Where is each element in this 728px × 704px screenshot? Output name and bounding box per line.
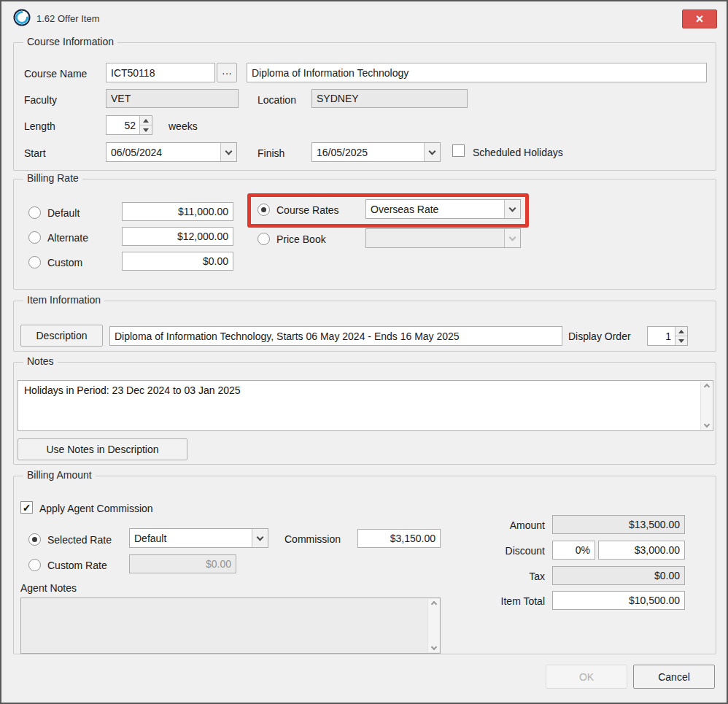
finish-date-combo[interactable]: 16/05/2025	[311, 142, 441, 162]
course-title-input[interactable]: Diploma of Information Technology	[247, 63, 707, 82]
item-information-group: Item Information Description Diploma of …	[13, 301, 716, 352]
alternate-rate-label: Alternate	[47, 232, 88, 244]
custom-rate-label-billing: Custom	[47, 257, 82, 268]
custom-rate-label: Custom Rate	[47, 560, 107, 571]
price-book-radio[interactable]	[257, 233, 270, 245]
discount-percent-input[interactable]: 0%	[552, 541, 595, 560]
amount-value: $13,500.00	[552, 515, 685, 534]
tax-label: Tax	[452, 570, 545, 582]
discount-amount-input[interactable]: $3,000.00	[598, 541, 685, 560]
price-book-dropdown-button	[504, 229, 520, 247]
custom-rate-value: $0.00	[129, 554, 236, 573]
custom-rate-radio-billing[interactable]	[28, 256, 41, 268]
course-rates-dropdown-button[interactable]	[504, 200, 520, 218]
notes-textarea[interactable]: Holidays in Period: 23 Dec 2024 to 03 Ja…	[18, 380, 713, 431]
selected-rate-combo[interactable]: Default	[129, 528, 268, 548]
apply-agent-commission-label: Apply Agent Commission	[39, 503, 153, 514]
location-label: Location	[257, 94, 296, 106]
use-notes-in-description-button[interactable]: Use Notes in Description	[18, 438, 187, 460]
app-icon	[13, 9, 31, 26]
course-information-legend: Course Information	[23, 36, 117, 47]
description-input[interactable]: Diploma of Information Technology, Start…	[109, 326, 562, 346]
start-date-value: 06/05/2024	[107, 143, 220, 161]
spin-down-icon[interactable]	[140, 125, 152, 134]
scroll-up-icon[interactable]	[430, 601, 436, 607]
display-order-label: Display Order	[568, 330, 631, 342]
notes-text: Holidays in Period: 23 Dec 2024 to 03 Ja…	[24, 384, 694, 396]
close-icon: ×	[696, 12, 704, 26]
length-spinner[interactable]: 52	[106, 115, 152, 135]
default-rate-radio[interactable]	[28, 206, 41, 219]
finish-label: Finish	[257, 147, 284, 159]
item-total-value: $10,500.00	[552, 591, 685, 610]
course-information-group: Course Information Course Name ICT50118 …	[13, 42, 716, 171]
price-book-value	[366, 229, 504, 247]
price-book-combo	[365, 228, 521, 248]
discount-label: Discount	[452, 545, 545, 557]
selected-rate-dropdown-button[interactable]	[252, 529, 268, 547]
length-value: 52	[107, 116, 139, 134]
scroll-up-icon[interactable]	[703, 384, 709, 390]
faculty-field: VET	[106, 89, 239, 108]
scroll-down-icon[interactable]	[430, 644, 436, 650]
apply-agent-commission-checkbox[interactable]	[20, 501, 33, 514]
item-total-label: Item Total	[452, 595, 545, 607]
browse-course-button[interactable]: ···	[217, 63, 237, 82]
agent-notes-textarea[interactable]	[20, 597, 441, 654]
chevron-down-icon	[509, 233, 516, 241]
chevron-down-icon	[225, 147, 233, 155]
item-information-legend: Item Information	[23, 294, 104, 306]
close-button[interactable]: ×	[682, 9, 717, 28]
selected-rate-radio[interactable]	[28, 533, 41, 546]
billing-rate-legend: Billing Rate	[23, 172, 82, 184]
default-rate-label: Default	[47, 207, 80, 219]
chevron-down-icon	[429, 147, 436, 155]
notes-legend: Notes	[23, 355, 58, 367]
scroll-down-icon[interactable]	[703, 422, 709, 428]
display-order-spin-buttons	[675, 327, 687, 345]
scheduled-holidays-label: Scheduled Holidays	[473, 147, 563, 158]
display-order-spinner[interactable]: 1	[647, 326, 688, 346]
tax-value: $0.00	[552, 566, 685, 585]
commission-label: Commission	[284, 533, 341, 545]
commission-value[interactable]: $3,150.00	[357, 529, 441, 548]
selected-rate-label: Selected Rate	[47, 534, 112, 546]
spin-down-icon[interactable]	[675, 336, 687, 345]
agent-notes-label: Agent Notes	[20, 582, 77, 594]
start-label: Start	[24, 147, 46, 159]
alternate-rate-value[interactable]: $12,000.00	[122, 227, 233, 246]
course-code-input[interactable]: ICT50118	[106, 63, 215, 82]
course-rates-combo[interactable]: Overseas Rate	[365, 199, 521, 219]
alternate-rate-radio[interactable]	[28, 231, 41, 244]
chevron-down-icon	[257, 533, 264, 541]
length-spin-buttons	[139, 116, 152, 134]
scheduled-holidays-checkbox[interactable]	[452, 144, 465, 157]
notes-scrollbar[interactable]	[700, 382, 712, 430]
start-date-combo[interactable]: 06/05/2024	[106, 142, 237, 162]
cancel-button[interactable]: Cancel	[633, 665, 715, 689]
chevron-down-icon	[509, 204, 516, 212]
billing-amount-legend: Billing Amount	[23, 469, 96, 481]
notes-group: Notes Holidays in Period: 23 Dec 2024 to…	[13, 362, 716, 465]
display-order-value: 1	[648, 327, 675, 345]
finish-date-dropdown-button[interactable]	[424, 143, 440, 161]
default-rate-value[interactable]: $11,000.00	[122, 202, 233, 221]
length-unit-label: weeks	[169, 120, 198, 132]
spin-up-icon[interactable]	[675, 327, 687, 336]
selected-rate-value: Default	[130, 529, 252, 547]
course-rates-label: Course Rates	[276, 204, 339, 216]
course-rates-value: Overseas Rate	[366, 200, 504, 218]
course-name-label: Course Name	[24, 68, 87, 80]
offer-item-dialog: 1.62 Offer Item × Course Information Cou…	[0, 0, 728, 704]
length-label: Length	[24, 120, 55, 132]
finish-date-value: 16/05/2025	[312, 143, 424, 161]
description-button[interactable]: Description	[20, 325, 103, 347]
course-rates-radio[interactable]	[257, 204, 270, 216]
price-book-label: Price Book	[276, 233, 326, 245]
agent-notes-scrollbar[interactable]	[427, 599, 439, 652]
start-date-dropdown-button[interactable]	[220, 143, 236, 161]
spin-up-icon[interactable]	[140, 116, 152, 125]
custom-rate-radio[interactable]	[28, 559, 41, 571]
ok-button[interactable]: OK	[546, 665, 627, 689]
custom-rate-value-billing[interactable]: $0.00	[122, 252, 233, 271]
